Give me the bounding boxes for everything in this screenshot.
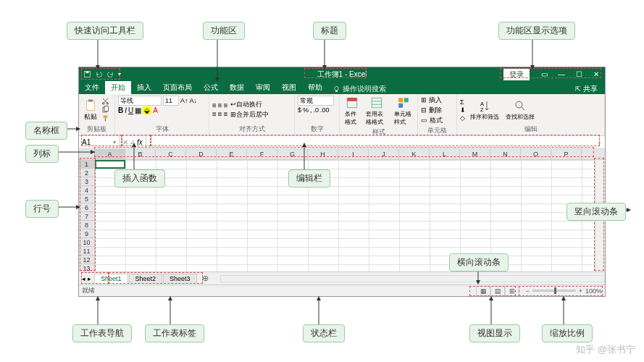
column-header[interactable]: L [430, 149, 460, 159]
insert-function-button[interactable]: fx [137, 138, 143, 146]
underline-button[interactable]: U [128, 106, 133, 114]
normal-view-button[interactable]: ▦ [476, 286, 490, 296]
align-left-icon[interactable]: ≡ [212, 110, 217, 118]
column-header[interactable]: I [338, 149, 369, 159]
row-header[interactable]: 9 [79, 230, 94, 238]
format-table-button[interactable]: 套用表格格式 [364, 96, 390, 127]
insert-cells-button[interactable]: ⊞ 插入 [421, 96, 442, 105]
increase-decimal-icon[interactable]: .0 [314, 106, 319, 114]
page-layout-view-button[interactable]: ▤ [490, 286, 505, 296]
column-header[interactable]: F [247, 149, 277, 159]
clear-icon[interactable]: ◇ [460, 114, 466, 122]
align-center-icon[interactable]: ≡ [218, 110, 222, 118]
align-bottom-icon[interactable]: ≡ [224, 101, 228, 109]
tab-file[interactable]: 文件 [79, 81, 105, 94]
next-sheet-icon[interactable]: ▸ [88, 275, 91, 282]
column-header[interactable]: N [490, 149, 521, 159]
row-header[interactable]: 5 [79, 195, 94, 203]
comma-icon[interactable]: , [310, 106, 312, 114]
zoom-slider[interactable] [532, 290, 576, 292]
tab-formulas[interactable]: 公式 [198, 81, 224, 94]
prev-sheet-icon[interactable]: ◂ [82, 275, 85, 282]
close-icon[interactable]: ✕ [587, 67, 605, 81]
tell-me-search[interactable]: 操作说明搜索 [328, 84, 390, 94]
tab-insert[interactable]: 插入 [131, 81, 157, 94]
row-header[interactable]: 11 [79, 247, 94, 256]
name-box[interactable]: A1▾ [79, 136, 120, 148]
share-button[interactable]: ⇱ 共享 [568, 84, 605, 94]
align-right-icon[interactable]: ≡ [224, 110, 228, 118]
save-icon[interactable] [83, 70, 91, 78]
bold-button[interactable]: B [118, 106, 123, 114]
font-name-select[interactable]: 等线 [118, 96, 162, 106]
number-format-select[interactable]: 常规 [298, 96, 334, 106]
row-header[interactable]: 8 [79, 221, 94, 230]
zoom-out-button[interactable]: − [525, 287, 529, 295]
row-header[interactable]: 2 [79, 169, 94, 177]
column-header[interactable]: G [277, 149, 308, 159]
row-header[interactable]: 3 [79, 177, 94, 186]
column-header[interactable]: M [460, 149, 490, 159]
tab-data[interactable]: 数据 [224, 81, 250, 94]
currency-icon[interactable]: $ [298, 106, 301, 114]
redo-icon[interactable] [106, 70, 114, 78]
decrease-decimal-icon[interactable]: .00 [320, 106, 330, 114]
sheet-tab[interactable]: Sheet3 [163, 274, 197, 284]
new-sheet-icon[interactable]: ⊕ [198, 274, 213, 283]
column-header[interactable]: K [399, 149, 430, 159]
login-button[interactable]: 登录 [503, 69, 530, 80]
row-header[interactable]: 13 [79, 264, 94, 272]
percent-icon[interactable]: % [303, 106, 309, 114]
fill-icon[interactable]: ⬇ [460, 106, 466, 114]
column-header[interactable]: A [95, 149, 125, 159]
row-header[interactable]: 4 [79, 186, 94, 195]
zoom-in-button[interactable]: + [579, 287, 582, 295]
column-header[interactable]: O [521, 149, 551, 159]
autosum-icon[interactable]: Σ [460, 98, 466, 106]
column-header[interactable]: P [551, 149, 582, 159]
expand-formula-bar-icon[interactable]: ⌄ [594, 139, 605, 146]
maximize-icon[interactable]: ☐ [570, 67, 587, 81]
page-break-view-button[interactable]: ⊞ [505, 286, 519, 296]
ribbon-display-options-icon[interactable]: ▭ [535, 67, 553, 81]
conditional-format-button[interactable]: 条件格式 [343, 96, 361, 127]
tab-pagelayout[interactable]: 页面布局 [157, 81, 198, 94]
tab-review[interactable]: 审阅 [250, 81, 276, 94]
column-header[interactable]: D [186, 149, 217, 159]
decrease-font-icon[interactable]: A↓ [190, 97, 198, 104]
cancel-formula-icon[interactable]: ✕ [122, 138, 128, 146]
row-header[interactable]: 12 [79, 256, 94, 264]
column-header[interactable]: B [125, 149, 156, 159]
cut-icon[interactable] [101, 97, 109, 105]
increase-font-icon[interactable]: A↑ [180, 97, 188, 104]
wrap-text-button[interactable]: ↩自动换行 [230, 100, 269, 109]
select-all-corner[interactable] [79, 149, 95, 159]
tab-view[interactable]: 视图 [276, 81, 302, 94]
qat-dropdown-icon[interactable]: ▾ [118, 71, 121, 77]
align-middle-icon[interactable]: ≡ [218, 101, 222, 109]
tab-help[interactable]: 帮助 [302, 81, 328, 94]
copy-icon[interactable] [101, 106, 109, 114]
row-header[interactable]: 7 [79, 212, 94, 221]
cells-grid[interactable] [95, 160, 595, 272]
merge-center-button[interactable]: ⊞合并后居中 [230, 110, 269, 119]
row-header[interactable]: 6 [79, 203, 94, 212]
undo-icon[interactable] [95, 70, 103, 78]
sheet-nav-buttons[interactable]: ◂ ▸ [79, 275, 94, 282]
column-header[interactable]: C [156, 149, 186, 159]
sheet-tab[interactable]: Sheet1 [94, 274, 128, 284]
italic-button[interactable]: I [125, 106, 127, 114]
formula-bar[interactable] [146, 136, 594, 148]
tab-home[interactable]: 开始 [105, 81, 131, 94]
delete-cells-button[interactable]: ⊟ 删除 [421, 106, 442, 115]
sort-filter-button[interactable]: AZ排序和筛选 [468, 98, 501, 122]
border-icon[interactable]: ▦ [135, 106, 141, 114]
align-top-icon[interactable]: ≡ [212, 101, 217, 109]
column-header[interactable]: H [308, 149, 338, 159]
fill-color-icon[interactable]: ⬙ [143, 106, 151, 114]
enter-formula-icon[interactable]: ✓ [130, 138, 135, 146]
format-painter-icon[interactable] [101, 114, 109, 122]
minimize-icon[interactable]: — [553, 67, 570, 81]
font-color-icon[interactable]: A [153, 106, 158, 114]
cell-styles-button[interactable]: 单元格样式 [392, 96, 414, 127]
